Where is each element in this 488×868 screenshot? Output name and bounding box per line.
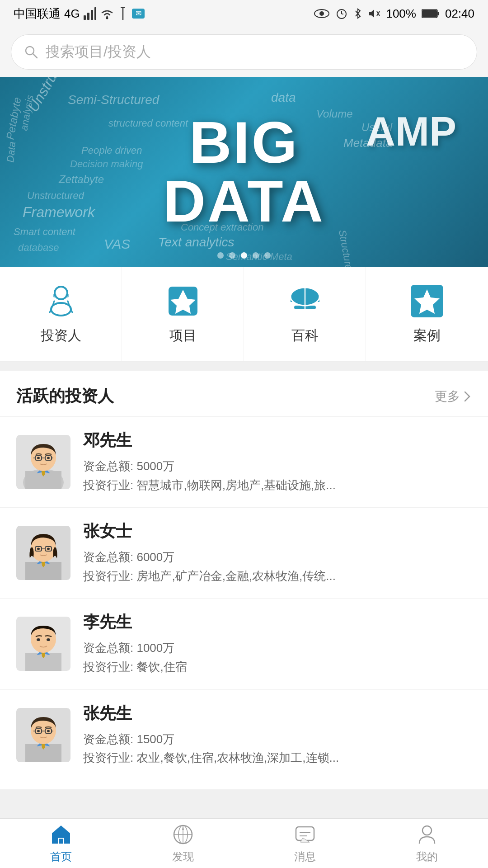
avatar-4 (16, 708, 70, 762)
investor-industries-2: 投资行业: 房地产,矿产冶金,金融,农林牧渔,传统... (83, 567, 472, 586)
status-right: 100% 02:40 (314, 7, 474, 21)
search-bar-container: 搜索项目/投资人 (0, 27, 488, 77)
svg-text:Structured: Structured (337, 229, 356, 267)
nav-messages-label: 消息 (294, 849, 316, 864)
search-icon (24, 45, 38, 59)
search-bar[interactable]: 搜索项目/投资人 (11, 34, 477, 70)
dot-1 (217, 252, 224, 259)
usb-icon (118, 7, 128, 20)
svg-point-100 (37, 730, 40, 732)
svg-point-46 (66, 294, 69, 297)
svg-text:Zettabyte: Zettabyte (58, 173, 104, 185)
more-label: 更多 (435, 388, 460, 405)
svg-point-44 (51, 303, 71, 316)
investor-item-2[interactable]: 张女士 资金总额: 6000万 投资行业: 房地产,矿产冶金,金融,农林牧渔,传… (0, 507, 488, 598)
avatar-2 (16, 526, 70, 580)
investor-info-3: 李先生 资金总额: 1000万 投资行业: 餐饮,住宿 (83, 611, 472, 676)
home-icon (50, 823, 72, 846)
cases-label: 案例 (413, 326, 441, 345)
investor-name-1: 邓先生 (83, 429, 472, 452)
investor-info-4: 张先生 资金总额: 1500万 投资行业: 农业,餐饮,住宿,农林牧渔,深加工,… (83, 703, 472, 768)
dot-2 (229, 252, 235, 259)
svg-point-79 (37, 548, 40, 550)
investor-item-3[interactable]: 李先生 资金总额: 1000万 投资行业: 餐饮,住宿 (0, 598, 488, 689)
project-icon (165, 283, 201, 319)
section-title: 活跃的投资人 (16, 385, 114, 407)
projects-label: 项目 (169, 326, 197, 345)
svg-point-4 (106, 17, 108, 19)
svg-rect-18 (437, 12, 439, 15)
bottom-nav: 首页 发现 消息 (0, 818, 488, 868)
investor-item-1[interactable]: 邓先生 资金总额: 5000万 投资行业: 智慧城市,物联网,房地产,基础设施,… (0, 416, 488, 507)
investor-list: 邓先生 资金总额: 5000万 投资行业: 智慧城市,物联网,房地产,基础设施,… (0, 416, 488, 789)
messages-icon (294, 823, 316, 846)
chevron-right-icon (463, 390, 472, 403)
avatar-3 (16, 617, 70, 671)
svg-rect-2 (91, 10, 93, 20)
svg-text:Text analytics: Text analytics (158, 235, 235, 249)
cases-icon (409, 283, 445, 319)
section-header: 活跃的投资人 更多 (0, 371, 488, 416)
svg-rect-110 (296, 827, 314, 840)
category-investors[interactable]: 投资人 (0, 267, 122, 361)
nav-home-label: 首页 (50, 849, 72, 864)
svg-point-108 (182, 828, 184, 830)
encyclopedia-label: 百科 (291, 326, 319, 345)
investor-name-4: 张先生 (83, 703, 472, 725)
svg-text:Framework: Framework (23, 204, 96, 220)
wifi-icon (100, 7, 114, 20)
nav-discover[interactable]: 发现 (122, 819, 244, 868)
investor-amount-4: 资金总额: 1500万 (83, 730, 472, 749)
amp-text: AMP (366, 108, 456, 155)
investor-info-2: 张女士 资金总额: 6000万 投资行业: 房地产,矿产冶金,金融,农林牧渔,传… (83, 520, 472, 585)
svg-point-10 (319, 11, 324, 16)
svg-point-101 (47, 730, 50, 732)
encyclopedia-icon (287, 283, 323, 319)
nav-messages[interactable]: 消息 (244, 819, 366, 868)
svg-point-69 (47, 457, 50, 459)
more-button[interactable]: 更多 (435, 388, 472, 405)
category-cases[interactable]: 案例 (366, 267, 488, 361)
nav-mine[interactable]: 我的 (366, 819, 488, 868)
svg-point-88 (47, 638, 50, 641)
svg-rect-1 (87, 13, 89, 20)
svg-point-45 (53, 294, 56, 297)
mine-icon (416, 823, 438, 846)
svg-point-68 (37, 457, 40, 459)
investor-name-3: 李先生 (83, 611, 472, 633)
svg-point-113 (422, 826, 432, 835)
bluetooth-icon (353, 7, 362, 20)
nav-home[interactable]: 首页 (0, 819, 122, 868)
investor-amount-1: 资金总额: 5000万 (83, 457, 472, 476)
dot-4 (253, 252, 259, 259)
svg-rect-0 (84, 15, 86, 20)
nav-discover-label: 发现 (172, 849, 194, 864)
investor-amount-2: 资金总额: 6000万 (83, 548, 472, 567)
mute-icon (368, 7, 380, 20)
investor-icon (43, 283, 79, 319)
time-display: 02:40 (445, 7, 474, 21)
search-placeholder: 搜索项目/投资人 (46, 42, 151, 62)
eye-icon (314, 7, 330, 20)
banner: Unstructured Semi-Structured data Volume… (0, 77, 488, 267)
discover-icon (172, 823, 194, 846)
category-projects[interactable]: 项目 (122, 267, 244, 361)
investor-amount-3: 资金总额: 1000万 (83, 639, 472, 658)
signal-icon (84, 7, 96, 20)
banner-content: Unstructured Semi-Structured data Volume… (0, 77, 488, 267)
svg-text:People driven: People driven (81, 145, 142, 156)
investor-industries-4: 投资行业: 农业,餐饮,住宿,农林牧渔,深加工,连锁... (83, 749, 472, 768)
category-encyclopedia[interactable]: 百科 (244, 267, 366, 361)
svg-text:Unstructured: Unstructured (27, 190, 84, 201)
data-text: DATA (163, 172, 325, 231)
svg-text:✉: ✉ (135, 9, 141, 17)
alarm-icon (335, 7, 348, 20)
investor-industries-3: 投资行业: 餐饮,住宿 (83, 658, 472, 677)
nav-mine-label: 我的 (416, 849, 438, 864)
battery-percent: 100% (386, 7, 416, 21)
signal-4g: 4G (64, 7, 80, 21)
svg-text:Smart content: Smart content (14, 226, 76, 237)
investor-industries-1: 投资行业: 智慧城市,物联网,房地产,基础设施,旅... (83, 476, 472, 495)
investor-item-4[interactable]: 张先生 资金总额: 1500万 投资行业: 农业,餐饮,住宿,农林牧渔,深加工,… (0, 689, 488, 780)
svg-text:database: database (18, 242, 59, 253)
